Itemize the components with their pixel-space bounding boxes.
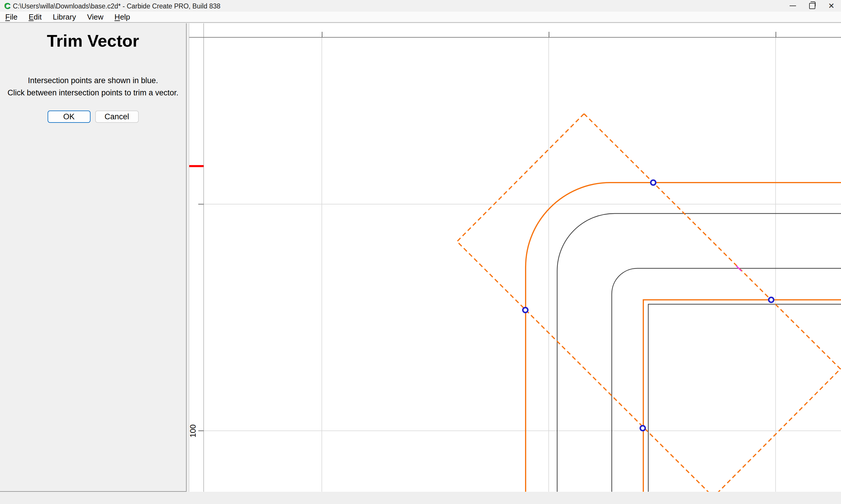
vertical-ruler: 100 xyxy=(189,38,204,492)
menu-item-file[interactable]: File xyxy=(1,13,22,22)
ruler-tick xyxy=(198,431,204,431)
ruler-label: 100 xyxy=(189,420,198,441)
menu-item-library[interactable]: Library xyxy=(49,13,80,22)
ruler-tick xyxy=(322,32,322,37)
intersection-point xyxy=(769,298,774,303)
vector-gray-rounded-rect-outer[interactable] xyxy=(557,214,841,492)
ruler-tick xyxy=(549,32,549,37)
instruction-line-2: Click between intersection points to tri… xyxy=(0,87,186,99)
ok-button[interactable]: OK xyxy=(48,110,90,123)
intersection-point xyxy=(640,426,645,431)
window-title: C:\Users\willa\Downloads\base.c2d* - Car… xyxy=(13,2,221,10)
trim-vector-panel: Trim Vector Intersection points are show… xyxy=(0,23,187,492)
dialog-buttons: OK Cancel xyxy=(0,110,186,123)
menu-bar: FileEditLibraryViewHelp xyxy=(0,12,841,23)
dialog-instructions: Intersection points are shown in blue. C… xyxy=(0,74,186,99)
window-controls: ✕ xyxy=(783,0,841,12)
restore-icon xyxy=(809,3,815,9)
minimize-button[interactable] xyxy=(783,0,803,12)
status-bar xyxy=(0,492,841,504)
menu-item-view[interactable]: View xyxy=(83,13,108,22)
title-bar: C C:\Users\willa\Downloads\base.c2d* - C… xyxy=(0,0,841,12)
menu-item-edit[interactable]: Edit xyxy=(24,13,46,22)
minimize-icon xyxy=(790,5,796,6)
app-window: C C:\Users\willa\Downloads\base.c2d* - C… xyxy=(0,0,841,504)
ruler-cursor-marker xyxy=(189,165,204,167)
vector-orange-rounded-rect[interactable] xyxy=(526,183,841,492)
vector-dashed-diamond[interactable] xyxy=(457,114,840,492)
restore-button[interactable] xyxy=(803,0,822,12)
horizontal-ruler xyxy=(204,23,841,38)
cancel-button[interactable]: Cancel xyxy=(95,110,139,123)
ruler-tick xyxy=(198,204,204,204)
app-logo-icon: C xyxy=(4,1,11,11)
ruler-corner-box xyxy=(189,23,204,38)
page-title: Trim Vector xyxy=(0,31,186,51)
drawing-canvas[interactable] xyxy=(204,38,841,492)
instruction-line-1: Intersection points are shown in blue. xyxy=(0,74,186,87)
close-icon: ✕ xyxy=(828,2,835,10)
vector-orange-sharp-rect[interactable] xyxy=(643,300,841,492)
vector-gray-rounded-rect-inner[interactable] xyxy=(612,268,841,492)
menu-item-help[interactable]: Help xyxy=(110,13,134,22)
intersection-point xyxy=(523,308,528,313)
ruler-tick xyxy=(776,32,776,37)
intersection-point xyxy=(651,180,656,185)
close-button[interactable]: ✕ xyxy=(822,0,841,12)
